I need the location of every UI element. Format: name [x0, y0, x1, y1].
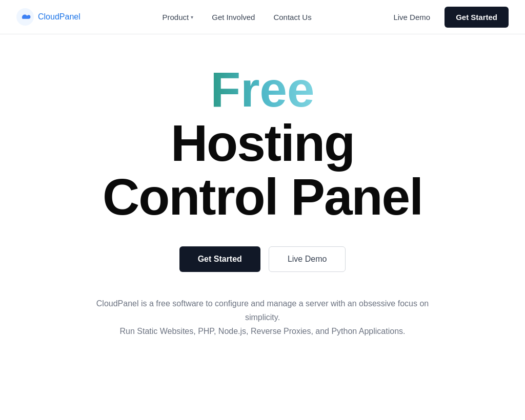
nav-get-involved[interactable]: Get Involved [212, 13, 255, 22]
nav-contact-us[interactable]: Contact Us [273, 13, 311, 22]
hero-description-line2: Run Static Websites, PHP, Node.js, Rever… [88, 324, 437, 338]
hero-description: CloudPanel is a free software to configu… [88, 297, 437, 339]
nav-product-label: Product [163, 13, 189, 22]
hero-section: Free Hosting Control Panel Get Started L… [0, 34, 525, 359]
logo-text: CloudPanel [38, 12, 80, 22]
hero-description-line1: CloudPanel is a free software to configu… [88, 297, 437, 324]
chevron-down-icon: ▾ [191, 14, 193, 20]
nav-live-demo-link[interactable]: Live Demo [393, 13, 430, 22]
nav-live-demo-label: Live Demo [393, 13, 430, 22]
hero-get-started-button[interactable]: Get Started [179, 246, 260, 272]
hero-free-text: Free [211, 65, 315, 114]
nav-get-involved-label: Get Involved [212, 13, 255, 22]
nav-product[interactable]: Product ▾ [163, 13, 194, 22]
site-header: CloudPanel Product ▾ Get Involved Contac… [0, 0, 525, 34]
hero-live-demo-button[interactable]: Live Demo [269, 246, 346, 272]
logo-link[interactable]: CloudPanel [16, 8, 80, 26]
hero-line2: Control Panel [103, 170, 422, 224]
main-nav: Product ▾ Get Involved Contact Us [163, 13, 312, 22]
hero-line1: Hosting [103, 116, 422, 170]
nav-get-started-button[interactable]: Get Started [445, 7, 509, 28]
hero-buttons: Get Started Live Demo [179, 246, 346, 272]
hero-main-title: Hosting Control Panel [103, 116, 422, 224]
logo-panel-part: Panel [59, 12, 80, 21]
nav-contact-us-label: Contact Us [273, 13, 311, 22]
nav-right: Live Demo Get Started [393, 7, 509, 28]
logo-cloud-part: Cloud [38, 12, 59, 21]
cloudpanel-logo-icon [16, 8, 34, 26]
